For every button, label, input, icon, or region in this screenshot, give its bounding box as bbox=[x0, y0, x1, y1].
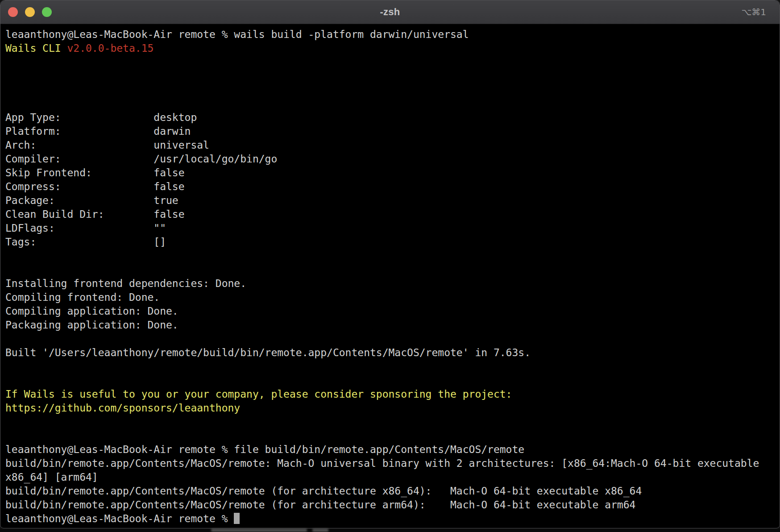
minimize-button[interactable] bbox=[25, 7, 35, 17]
terminal-line: Clean Build Dir: false bbox=[5, 208, 780, 221]
terminal-text-segment: build/bin/remote.app/Contents/MacOS/remo… bbox=[5, 485, 642, 497]
terminal-text-segment: Tags: [] bbox=[5, 236, 166, 248]
terminal-line: Package: true bbox=[5, 194, 780, 208]
terminal-text-segment: leaanthony@Leas-MacBook-Air remote % wai… bbox=[5, 29, 469, 40]
terminal-line bbox=[5, 55, 780, 69]
terminal-text-segment: build/bin/remote.app/Contents/MacOS/remo… bbox=[5, 499, 635, 511]
terminal-text-segment: Compiler: /usr/local/go/bin/go bbox=[5, 153, 277, 165]
terminal-line: Platform: darwin bbox=[5, 125, 780, 138]
terminal-line bbox=[5, 415, 780, 429]
terminal-text-segment: Compiling frontend: Done. bbox=[5, 291, 160, 303]
terminal-line: Compiling frontend: Done. bbox=[5, 291, 780, 304]
terminal-line bbox=[5, 263, 780, 277]
terminal-text-segment: App Type: desktop bbox=[5, 112, 197, 123]
terminal-text-segment: Skip Frontend: false bbox=[5, 167, 185, 179]
terminal-line: Compiling application: Done. bbox=[5, 304, 780, 318]
terminal-line: Compiler: /usr/local/go/bin/go bbox=[5, 152, 780, 166]
terminal-text-segment: Wails CLI bbox=[5, 42, 67, 54]
terminal-line: leaanthony@Leas-MacBook-Air remote % wai… bbox=[5, 28, 780, 42]
terminal-line bbox=[5, 332, 780, 346]
background-content-smudge bbox=[211, 529, 307, 532]
terminal-text-segment: If Wails is useful to you or your compan… bbox=[5, 388, 512, 400]
window-shortcut-badge: ⌥⌘1 bbox=[741, 7, 766, 17]
terminal-line: build/bin/remote.app/Contents/MacOS/remo… bbox=[5, 498, 780, 512]
terminal-line: Compress: false bbox=[5, 180, 780, 194]
terminal-line: x86_64] [arm64] bbox=[5, 470, 780, 484]
terminal-text-segment: LDFlags: "" bbox=[5, 222, 166, 234]
background-content-smudge bbox=[312, 529, 328, 532]
terminal-line: Arch: universal bbox=[5, 138, 780, 152]
terminal-screen[interactable]: leaanthony@Leas-MacBook-Air remote % wai… bbox=[0, 24, 780, 526]
terminal-text-segment: Compiling application: Done. bbox=[5, 305, 178, 317]
terminal-line bbox=[5, 429, 780, 443]
terminal-text-segment: Package: true bbox=[5, 195, 178, 206]
terminal-line bbox=[5, 69, 780, 83]
terminal-text-segment: Platform: darwin bbox=[5, 125, 191, 137]
terminal-line: Skip Frontend: false bbox=[5, 166, 780, 180]
terminal-line: Packaging application: Done. bbox=[5, 318, 780, 332]
terminal-line: Wails CLI v2.0.0-beta.15 bbox=[5, 42, 780, 55]
terminal-text-segment: x86_64] [arm64] bbox=[5, 471, 98, 483]
traffic-lights bbox=[8, 0, 52, 24]
terminal-line: Built '/Users/leaanthony/remote/build/bi… bbox=[5, 346, 780, 360]
terminal-line: leaanthony@Leas-MacBook-Air remote % fil… bbox=[5, 443, 780, 457]
terminal-cursor bbox=[234, 513, 240, 524]
window-titlebar[interactable]: -zsh ⌥⌘1 bbox=[0, 0, 780, 24]
terminal-line: build/bin/remote.app/Contents/MacOS/remo… bbox=[5, 484, 780, 498]
terminal-line: Tags: [] bbox=[5, 235, 780, 249]
terminal-text-segment: Compress: false bbox=[5, 181, 185, 192]
terminal-text-segment: Packaging application: Done. bbox=[5, 319, 178, 331]
background-window-sliver bbox=[0, 528, 780, 532]
terminal-text-segment: build/bin/remote.app/Contents/MacOS/remo… bbox=[5, 457, 759, 469]
terminal-line: https://github.com/sponsors/leaanthony bbox=[5, 401, 780, 415]
terminal-window: -zsh ⌥⌘1 leaanthony@Leas-MacBook-Air rem… bbox=[0, 0, 780, 528]
zoom-button[interactable] bbox=[42, 7, 52, 17]
terminal-line: If Wails is useful to you or your compan… bbox=[5, 387, 780, 401]
terminal-line: LDFlags: "" bbox=[5, 221, 780, 235]
terminal-line bbox=[5, 249, 780, 263]
terminal-text-segment: leaanthony@Leas-MacBook-Air remote % bbox=[5, 513, 234, 524]
terminal-line: leaanthony@Leas-MacBook-Air remote % bbox=[5, 512, 780, 526]
window-title: -zsh bbox=[380, 6, 400, 18]
terminal-line bbox=[5, 97, 780, 111]
terminal-line: build/bin/remote.app/Contents/MacOS/remo… bbox=[5, 457, 780, 470]
terminal-line bbox=[5, 360, 780, 374]
terminal-text-segment: v2.0.0-beta.15 bbox=[67, 42, 154, 54]
terminal-line bbox=[5, 83, 780, 97]
terminal-text-segment: Built '/Users/leaanthony/remote/build/bi… bbox=[5, 347, 531, 358]
terminal-line: App Type: desktop bbox=[5, 111, 780, 125]
terminal-line bbox=[5, 374, 780, 387]
terminal-text-segment: Clean Build Dir: false bbox=[5, 208, 185, 220]
terminal-line: Installing frontend dependencies: Done. bbox=[5, 277, 780, 291]
terminal-text-segment: Installing frontend dependencies: Done. bbox=[5, 278, 246, 289]
close-button[interactable] bbox=[8, 7, 18, 17]
terminal-text-segment: https://github.com/sponsors/leaanthony bbox=[5, 402, 240, 414]
terminal-text-segment: leaanthony@Leas-MacBook-Air remote % fil… bbox=[5, 444, 524, 455]
terminal-text-segment: Arch: universal bbox=[5, 139, 209, 151]
